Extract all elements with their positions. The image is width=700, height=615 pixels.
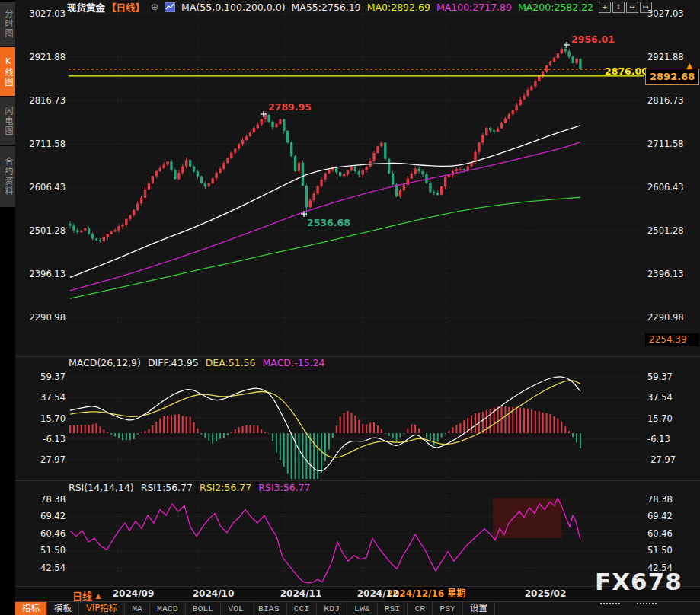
sidebar-tab-3[interactable]: 闪电图 [0,97,15,145]
ma55-value: MA55:2756.19 [292,2,361,13]
date-tick: 2024/09 [103,588,164,599]
zoom-vertical-icon[interactable]: ↕ [612,2,625,13]
rsi1-value: RSI1:56.77 [141,482,193,493]
period-label: 【日线】 [107,0,145,14]
axis-label: 69.42 [647,511,699,521]
chart-canvas[interactable] [0,0,700,615]
pane-divider [15,356,700,357]
indicator-toolbar: 指标模板VIP指标MAMACDBOLLVOLBIASCCIKDJLW&RSICR… [15,601,700,615]
rsi-axis-right: 78.3869.4260.4651.5042.54 [647,0,699,615]
toolbar-item-MACD[interactable]: MACD [150,602,186,615]
symbol-name: 现货黄金 [67,0,105,14]
ma0-value: MA0:2892.69 [367,2,430,13]
axis-label: 78.38 [647,495,699,504]
watermark-underline [600,603,620,606]
macd-diff-value: DIFF:43.95 [148,357,199,368]
date-tick: 2024/11 [270,588,331,599]
zoom-horizontal-icon[interactable]: ↔ [626,2,638,13]
low-reference-badge: 2254.39 [645,333,699,346]
sidebar-tab-2[interactable]: K线图 [0,47,15,96]
axis-label: 51.50 [647,546,699,555]
toolbar-item-PSY[interactable]: PSY [433,602,463,615]
current-price-badge: 2892.68 [645,69,699,85]
ma-settings-label: MA(55,0,100,200,0,0) [181,2,285,13]
add-compare-icon[interactable]: ⊕ [151,2,158,12]
axis-label: 51.50 [15,546,66,555]
rsi-header: RSI(14,14,14) RSI1:56.77 RSI2:56.77 RSI3… [69,482,311,493]
trading-app-window: 分时图K线图闪电图合约资料 现货黄金【日线】 ⊕ MA(55,0,100,200… [0,0,700,615]
axis-label: 69.42 [15,511,66,521]
rsi-axis-left: 78.3869.4260.4651.5042.54 [15,0,66,615]
chart-header: 现货黄金【日线】 ⊕ MA(55,0,100,200,0,0) MA55:275… [67,1,593,13]
macd-dea-value: DEA:51.56 [206,357,256,368]
rsi2-value: RSI2:56.77 [200,482,251,493]
price-up-arrow-icon: ▲ [686,61,692,71]
toolbar-item-MA[interactable]: MA [125,602,150,615]
toolbar-item-指标[interactable]: 指标 [15,602,47,615]
window-toolbar-icons: +↕↔↦ [599,2,652,13]
axis-label: 60.46 [15,529,66,538]
toolbar-item-VIP指标[interactable]: VIP指标 [79,602,125,615]
date-tick: 2024/12 [347,588,408,599]
toolbar-item-模板[interactable]: 模板 [47,602,79,615]
alert-line-label: 2876.00 [605,65,648,77]
chart-style-icon[interactable] [165,2,175,12]
watermark-underline [637,603,657,606]
toolbar-item-设置[interactable]: 设置 [463,602,495,615]
date-tick: 2024/10 [183,588,244,599]
toolbar-item-LW&[interactable]: LW& [347,602,378,615]
axis-label: 42.54 [15,563,66,572]
toolbar-item-BOLL[interactable]: BOLL [186,602,222,615]
fx678-watermark: FX678 [595,568,682,595]
rsi3-value: RSI3:56.77 [258,482,310,493]
ma200-value: MA200:2582.22 [518,2,593,13]
rsi-title: RSI(14,14,14) [69,482,134,493]
toolbar-item-CR[interactable]: CR [408,602,433,615]
toolbar-item-CCI[interactable]: CCI [287,602,318,615]
axis-label: 78.38 [15,495,66,504]
toolbar-item-KDJ[interactable]: KDJ [317,602,347,615]
axis-label: 60.46 [647,529,699,538]
sidebar-tab-4[interactable]: 合约资料 [0,146,15,207]
toolbar-item-BIAS[interactable]: BIAS [251,602,287,615]
toolbar-item-RSI[interactable]: RSI [378,602,408,615]
high-price-annotation: 2956.01 [571,33,615,45]
november-low-annotation: 2536.68 [307,217,350,228]
sidebar-tab-1[interactable]: 分时图 [0,2,15,46]
macd-value: MACD:-15.24 [263,357,325,368]
chart-type-sidebar: 分时图K线图闪电图合约资料 [0,0,15,615]
move-icon[interactable]: + [599,2,611,13]
toolbar-item-VOL[interactable]: VOL [221,602,251,615]
macd-title: MACD(26,12,9) [69,357,141,368]
dropdown-arrow-icon: ▲ [96,592,101,600]
date-tick: 2025/02 [515,588,576,599]
october-peak-annotation: 2789.95 [268,101,312,113]
macd-header: MACD(26,12,9) DIFF:43.95 DEA:51.56 MACD:… [69,357,325,368]
pane-divider [15,480,700,481]
ma100-value: MA100:2717.89 [436,2,512,13]
